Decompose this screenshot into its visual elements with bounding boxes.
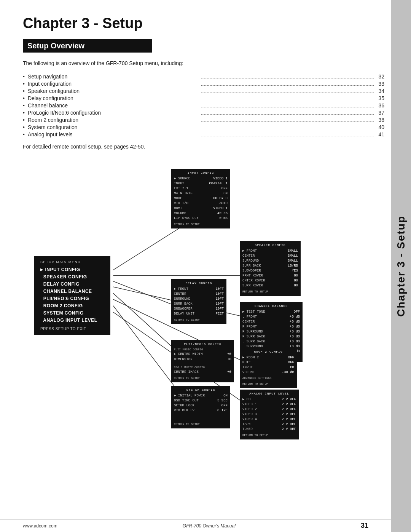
footer-website: www.adcom.com (23, 523, 57, 529)
toc-item-label: Setup navigation (28, 73, 200, 80)
toc-page: 38 (375, 117, 384, 123)
toc-item-label: Channel balance (28, 102, 200, 109)
toc-dots (201, 107, 374, 107)
toc-page: 41 (375, 131, 384, 137)
osd-room2-title: ROOM 2 CONFIG (242, 350, 294, 354)
toc-item: Channel balance 36 (23, 102, 384, 109)
toc-item: Input configuration 33 (23, 81, 384, 87)
intro-text: The following is an overview of the GFR-… (23, 59, 213, 67)
toc-item: System configuration 40 (23, 124, 384, 130)
osd-channel-balance-title: CHANNEL BALANCE (242, 304, 300, 308)
toc-item-label: ProLogic II/Neo:6 configuration (28, 110, 200, 116)
osd-analog-input: ANALOG INPUT LEVEL ▶ CD2 V REF VIDEO 12 … (240, 390, 299, 439)
osd-speaker-return: RETURN TO SETUP (242, 290, 298, 294)
osd-delay-config: DELAY CONFIG ▶ FRONT10FT CENTER10FT SURR… (171, 279, 226, 324)
toc-page: 32 (375, 73, 384, 80)
toc-item-label: Delay configuration (28, 95, 200, 101)
remote-note: For detailed remote control setup, see p… (23, 144, 384, 150)
page-footer: www.adcom.com GFR-700 Owner's Manual 31 (0, 519, 391, 532)
main-content: Chapter 3 - Setup Setup Overview The fol… (23, 0, 384, 462)
osd-plii-title: PLII/NEO:6 CONFIG (174, 342, 231, 347)
toc-item-label: Speaker configuration (28, 88, 200, 94)
toc-page: 33 (375, 81, 384, 87)
osd-room2-return: RETURN TO SETUP (242, 382, 294, 386)
toc-list: Setup navigation 32 Input configuration … (23, 73, 384, 137)
toc-item: ProLogic II/Neo:6 configuration 37 (23, 110, 384, 116)
diagram-area: SETUP MAIN MENU INPUT CONFIG SPEAKER CON… (23, 157, 384, 439)
toc-page: 34 (375, 88, 384, 94)
menu-item-room2: ROOM 2 CONFIG (40, 303, 104, 308)
toc-dots (201, 136, 374, 136)
osd-speaker-config: SPEAKER CONFIG ▶ FRONTSMALL CENTERSMALL … (240, 241, 301, 296)
osd-plii-return: RETURN TO SETUP (174, 376, 231, 380)
osd-input-config-title: INPUT CONFIG (174, 171, 228, 175)
toc-dots (201, 100, 374, 100)
toc-page: 35 (375, 95, 384, 101)
svg-line-0 (113, 225, 185, 270)
toc-item-label: Analog input levels (28, 131, 200, 137)
menu-item-channel-balance: CHANNEL BALANCE (40, 289, 104, 294)
osd-system-title: SYSTEM CONFIG (174, 388, 228, 392)
osd-delay-config-title: DELAY CONFIG (174, 281, 224, 286)
osd-speaker-config-title: SPEAKER CONFIG (242, 243, 298, 248)
toc-dots (201, 129, 374, 129)
toc-item-label: Input configuration (28, 81, 200, 87)
menu-title: SETUP MAIN MENU (40, 260, 104, 264)
osd-system-return: RETURN TO SETUP (174, 422, 228, 427)
menu-item-analog: ANALOG INPUT LEVEL (40, 318, 104, 323)
toc-item: Delay configuration 35 (23, 95, 384, 101)
side-tab: Chapter 3 - Setup (391, 0, 411, 532)
toc-page: 40 (375, 124, 384, 130)
footer-page-number: 31 (361, 522, 368, 530)
osd-system-config: SYSTEM CONFIG ▶ INITIAL POWERON OSD TIME… (171, 386, 230, 428)
section-header: Setup Overview (23, 39, 152, 53)
menu-item-speaker-config: SPEAKER CONFIG (40, 274, 104, 280)
menu-item-delay-config: DELAY CONFIG (40, 281, 104, 287)
osd-analog-return: RETURN TO SETUP (242, 433, 296, 438)
toc-dots (201, 85, 374, 86)
toc-dots (201, 114, 374, 115)
chapter-title: Chapter 3 - Setup (23, 15, 384, 32)
toc-item-label: System configuration (28, 124, 200, 130)
toc-dots (201, 78, 374, 78)
osd-room2-config: ROOM 2 CONFIG ▶ ROOM 2OFF MUTEOFF INPUTC… (240, 348, 297, 388)
osd-input-return: RETURN TO SETUP (174, 222, 228, 227)
footer-model: GFR-700 Owner's Manual (183, 523, 236, 529)
toc-item: Setup navigation 32 (23, 73, 384, 80)
osd-analog-title: ANALOG INPUT LEVEL (242, 391, 296, 396)
menu-item-plii: PLII/NEO:6 CONFIG (40, 296, 104, 301)
osd-plii-config: PLII/NEO:6 CONFIG PLII MUSIC CONFIG ▶ CE… (171, 340, 234, 382)
toc-item: Speaker configuration 34 (23, 88, 384, 94)
toc-dots (201, 121, 374, 122)
osd-delay-return: RETURN TO SETUP (174, 318, 224, 322)
toc-page: 36 (375, 102, 384, 109)
press-exit: PRESS SETUP TO EXIT (40, 327, 104, 331)
toc-page: 37 (375, 110, 384, 116)
main-menu-box: SETUP MAIN MENU INPUT CONFIG SPEAKER CON… (34, 256, 110, 335)
toc-item: Room 2 configuration 38 (23, 117, 384, 123)
menu-item-system: SYSTEM CONFIG (40, 310, 104, 316)
menu-item-input-config: INPUT CONFIG (40, 267, 104, 272)
osd-input-config: INPUT CONFIG ▶ SOURCEVIDEO 1 INPUTCOAXIA… (171, 169, 230, 228)
side-tab-text: Chapter 3 - Setup (395, 216, 407, 317)
toc-dots (201, 93, 374, 93)
toc-item: Analog input levels 41 (23, 131, 384, 137)
toc-item-label: Room 2 configuration (28, 117, 200, 123)
